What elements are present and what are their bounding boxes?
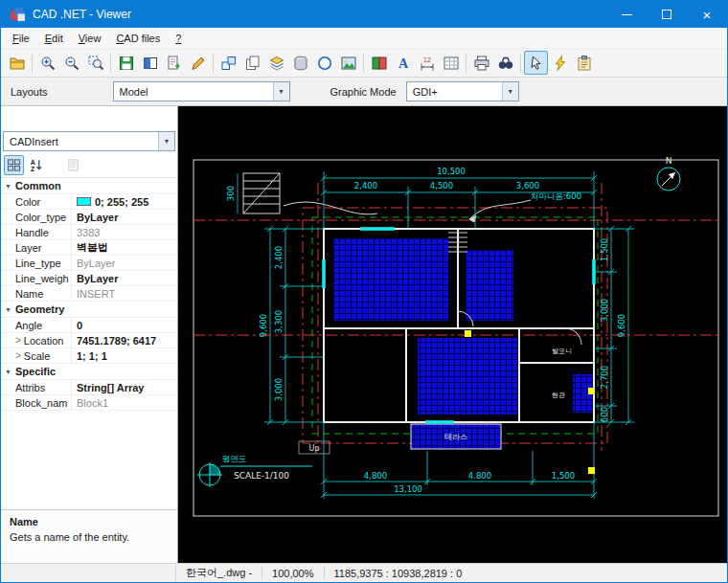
property-location[interactable]: >Location7451.1789; 6417 — [1, 333, 177, 348]
toolbar-separator — [520, 54, 521, 73]
zoom-window-button[interactable] — [83, 51, 107, 75]
find-button[interactable] — [493, 51, 517, 75]
draw-circle-icon — [316, 55, 333, 72]
image-icon — [340, 55, 357, 72]
export-button[interactable] — [162, 51, 186, 75]
zoom-in-button[interactable] — [35, 51, 59, 75]
status-spacer — [1, 564, 176, 582]
svg-text:600: 600 — [600, 407, 609, 422]
clipboard-button[interactable] — [572, 51, 596, 75]
open-button[interactable] — [5, 51, 29, 75]
layout-combobox[interactable]: Model ▼ — [113, 81, 290, 101]
property-angle[interactable]: Angle0 — [1, 318, 177, 333]
measure-button[interactable] — [548, 51, 572, 75]
alphabetical-sort-button[interactable]: A Z — [26, 155, 46, 175]
property-attribs[interactable]: AttribsString[] Array — [1, 380, 177, 395]
toolbar-separator — [32, 54, 33, 73]
close-button[interactable]: × — [687, 1, 727, 28]
cad-drawing: 300 N 처마나옴:600 — [178, 106, 727, 563]
dimension-style-icon: 12 — [419, 55, 436, 72]
property-line-type[interactable]: Line_typeByLayer — [1, 256, 177, 271]
svg-text:3,600: 3,600 — [516, 181, 539, 191]
menu-view[interactable]: View — [71, 30, 109, 47]
export-icon — [166, 55, 183, 72]
property-pages-button[interactable] — [63, 155, 83, 175]
menu-cad-files[interactable]: CAD files — [108, 30, 168, 47]
layouts-label: Layouts — [11, 86, 48, 98]
close-icon: × — [703, 8, 712, 22]
layout-bar: Layouts Model ▼ Graphic Mode GDI+ ▼ — [1, 78, 727, 106]
svg-text:12: 12 — [423, 56, 431, 63]
show-model-button[interactable] — [138, 51, 162, 75]
text-style-icon: A — [395, 55, 412, 72]
svg-text:A: A — [31, 159, 35, 166]
category-common[interactable]: ▼Common — [1, 178, 177, 194]
chevron-down-icon: ▼ — [502, 82, 518, 101]
toolbar-separator — [110, 54, 111, 73]
detail-section — [243, 173, 280, 213]
graphic-mode-combobox[interactable]: GDI+ ▼ — [406, 81, 519, 101]
category-specific[interactable]: ▼Specific — [1, 364, 177, 380]
insert-block-icon — [220, 55, 238, 72]
collapse-icon: ▼ — [1, 369, 15, 375]
color-swatch — [77, 197, 91, 206]
layers-button[interactable] — [264, 51, 288, 75]
north-label: N — [666, 156, 672, 166]
plan-title: 평면도 — [222, 454, 247, 463]
property-line-weigh[interactable]: Line_weighByLayer — [1, 271, 177, 286]
insert-block-button[interactable] — [216, 51, 240, 75]
main-toolbar: A12 — [1, 49, 727, 78]
zoom-out-button[interactable] — [59, 51, 83, 75]
save-button[interactable] — [114, 51, 138, 75]
category-geometry[interactable]: ▼Geometry — [1, 302, 177, 318]
collapse-icon: ▼ — [1, 306, 15, 313]
maximize-button[interactable] — [647, 1, 687, 28]
minimize-icon — [622, 14, 632, 15]
dimension-style-button[interactable]: 12 — [415, 51, 439, 75]
copy-button[interactable] — [240, 51, 264, 75]
edit-drawing-button[interactable] — [186, 51, 210, 75]
print-button[interactable] — [469, 51, 493, 75]
grip — [465, 330, 471, 337]
table-button[interactable] — [439, 51, 463, 75]
property-color-type[interactable]: Color_typeByLayer — [1, 210, 177, 225]
svg-text:4,800: 4,800 — [364, 471, 387, 481]
drawing-area[interactable]: 300 N 처마나옴:600 — [178, 106, 727, 563]
collapse-icon: ▼ — [1, 183, 15, 190]
layers-icon — [268, 55, 285, 72]
svg-text:3,000: 3,000 — [600, 299, 609, 322]
menu-file[interactable]: File — [5, 30, 37, 47]
select-button[interactable] — [524, 51, 548, 75]
svg-text:Z: Z — [31, 166, 35, 172]
svg-text:10,500: 10,500 — [437, 167, 466, 176]
svg-text:9,600: 9,600 — [617, 314, 626, 337]
table-icon — [443, 55, 460, 72]
entity-selector-combobox[interactable]: CADInsert ▼ — [3, 131, 175, 151]
minimize-button[interactable] — [606, 1, 647, 28]
menu-edit[interactable]: Edit — [37, 30, 71, 47]
plan-scale: SCALE-1/100 — [234, 471, 289, 481]
measure-icon — [552, 55, 569, 72]
draw-circle-button[interactable] — [312, 51, 336, 75]
app-icon — [10, 7, 26, 23]
zoom-window-icon — [87, 55, 104, 72]
svg-text:13,100: 13,100 — [394, 484, 422, 494]
property-layer[interactable]: Layer벽봅법 — [1, 240, 177, 256]
text-style-button[interactable]: A — [391, 51, 415, 75]
property-color[interactable]: Color0; 255; 255 — [1, 194, 177, 210]
sort-az-icon: A Z — [29, 158, 43, 172]
eave-note: 처마나옴:600 — [531, 191, 581, 201]
render-mode-button[interactable] — [367, 51, 391, 75]
properties-panel: CADInsert ▼ A Z — [1, 106, 178, 563]
property-handle[interactable]: Handle3383 — [1, 225, 177, 240]
property-block-nam[interactable]: Block_namBlock1 — [1, 395, 177, 411]
database-button[interactable] — [288, 51, 312, 75]
svg-text:3,300: 3,300 — [274, 310, 284, 333]
menu-?[interactable]: ? — [168, 30, 189, 47]
categorized-view-button[interactable] — [4, 155, 24, 175]
property-scale[interactable]: >Scale1; 1; 1 — [1, 348, 177, 364]
database-icon — [292, 55, 309, 72]
image-button[interactable] — [336, 51, 360, 75]
property-name[interactable]: NameINSERT — [1, 286, 177, 302]
property-page-icon — [66, 158, 80, 172]
